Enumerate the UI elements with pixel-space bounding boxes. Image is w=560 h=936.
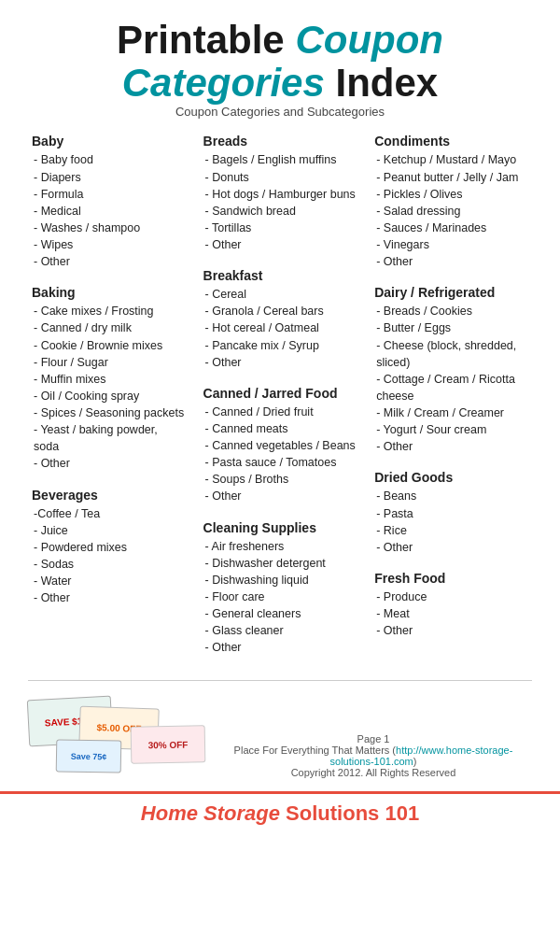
list-item: - Other <box>374 622 528 639</box>
list-item: - Water <box>32 573 186 589</box>
category-title: Dairy / Refrigerated <box>374 285 528 300</box>
list-item: - Pasta <box>374 505 528 522</box>
category-block: Breads- Bagels / English muffins- Donuts… <box>203 134 357 253</box>
list-item: - Washes / shampoo <box>32 220 186 236</box>
list-item: - Yogurt / Sour cream <box>374 421 528 438</box>
category-title: Canned / Jarred Food <box>203 386 357 401</box>
list-item: - Other <box>374 539 528 556</box>
list-item: - Pancake mix / Syrup <box>203 337 357 354</box>
list-item: - Peanut butter / Jelly / Jam <box>374 169 528 186</box>
category-title: Fresh Food <box>374 571 528 586</box>
list-item: - Cake mixes / Frosting <box>32 303 186 319</box>
category-block: Dairy / Refrigerated- Breads / Cookies- … <box>374 285 528 455</box>
list-item: - Air fresheners <box>203 538 357 555</box>
category-title: Dried Goods <box>374 470 528 485</box>
category-block: Beverages-Coffee / Tea- Juice- Powdered … <box>32 488 186 607</box>
list-item: - Spices / Seasoning packets <box>32 404 186 421</box>
list-item: - Bagels / English muffins <box>203 151 357 168</box>
category-title: Cleaning Supplies <box>203 520 357 535</box>
list-item: - Cereal <box>203 286 357 303</box>
category-title: Beverages <box>32 488 186 503</box>
category-block: Baby- Baby food- Diapers- Formula- Medic… <box>32 134 186 270</box>
list-item: - Floor care <box>203 589 357 605</box>
category-title: Breads <box>203 134 357 149</box>
list-item: - Salad dressing <box>374 203 528 220</box>
list-item: - Wipes <box>32 236 186 253</box>
column-3: Condiments- Ketchup / Mustard / Mayo- Pe… <box>371 134 532 654</box>
list-item: - Pickles / Olives <box>374 186 528 203</box>
site-name-part2: Solutions 101 <box>286 801 419 825</box>
title-coupon: Coupon <box>295 18 443 62</box>
list-item: - Yeast / baking powder, soda <box>32 421 186 455</box>
coupon-images: SAVE $1.00 $5.00 OFF Save 75¢ 30% OFF <box>28 688 215 782</box>
list-item: - Beans <box>374 488 528 504</box>
footer-copyright: Copyright 2012. All Rights Reserved <box>215 767 532 778</box>
category-block: Baking- Cake mixes / Frosting- Canned / … <box>32 285 186 472</box>
title-line2: Categories Index <box>28 62 532 105</box>
list-item: - Flour / Sugar <box>32 354 186 371</box>
list-item: - Canned / dry milk <box>32 319 186 336</box>
title-printable: Printable <box>117 18 285 62</box>
list-item: - Other <box>374 253 528 270</box>
list-item: - Oil / Cooking spray <box>32 388 186 404</box>
category-block: Cleaning Supplies- Air fresheners- Dishw… <box>203 520 357 657</box>
category-block: Canned / Jarred Food- Canned / Dried fru… <box>203 386 357 505</box>
list-item: - Granola / Cereal bars <box>203 303 357 319</box>
list-item: - Formula <box>32 186 186 203</box>
column-2: Breads- Bagels / English muffins- Donuts… <box>200 134 361 671</box>
bottom-section: SAVE $1.00 $5.00 OFF Save 75¢ 30% OFF Pa… <box>28 680 532 782</box>
list-item: - Dishwasher detergent <box>203 555 357 572</box>
site-footer: Home Storage Solutions 101 <box>0 791 560 831</box>
page-container: Printable Coupon Categories Index Coupon… <box>0 0 560 791</box>
list-item: - Other <box>203 488 357 504</box>
list-item: - Dishwashing liquid <box>203 572 357 589</box>
subtitle: Coupon Categories and Subcategories <box>28 105 532 119</box>
list-item: - Muffin mixes <box>32 371 186 388</box>
list-item: - Canned meats <box>203 420 357 437</box>
list-item: - Canned / Dried fruit <box>203 404 357 420</box>
list-item: - Ketchup / Mustard / Mayo <box>374 151 528 168</box>
category-block: Breakfast- Cereal- Granola / Cereal bars… <box>203 268 357 371</box>
list-item: - Other <box>203 639 357 656</box>
list-item: - Meat <box>374 605 528 622</box>
list-item: - Diapers <box>32 169 186 186</box>
list-item: - Hot cereal / Oatmeal <box>203 319 357 336</box>
list-item: - Sauces / Marinades <box>374 220 528 236</box>
list-item: - Butter / Eggs <box>374 319 528 336</box>
list-item: - Tortillas <box>203 220 357 236</box>
list-item: - Other <box>203 236 357 253</box>
list-item: - Vinegars <box>374 236 528 253</box>
list-item: - Milk / Cream / Creamer <box>374 404 528 421</box>
title-index: Index <box>336 61 439 105</box>
category-block: Dried Goods- Beans- Pasta- Rice- Other <box>374 470 528 556</box>
footer-place: Place For Everything That Matters (http:… <box>215 745 532 767</box>
list-item: - Hot dogs / Hamburger buns <box>203 186 357 203</box>
category-title: Baking <box>32 285 186 300</box>
columns-container: Baby- Baby food- Diapers- Formula- Medic… <box>28 134 532 671</box>
list-item: - Rice <box>374 522 528 539</box>
list-item: - Canned vegetables / Beans <box>203 437 357 454</box>
title-line1: Printable Coupon <box>28 19 532 62</box>
list-item: - Soups / Broths <box>203 471 357 488</box>
coupon-4: Save 75¢ <box>56 740 122 773</box>
title-block: Printable Coupon Categories Index Coupon… <box>28 19 532 119</box>
column-1: Baby- Baby food- Diapers- Formula- Medic… <box>28 134 189 621</box>
list-item: - Breads / Cookies <box>374 303 528 319</box>
category-title: Breakfast <box>203 268 357 283</box>
category-block: Condiments- Ketchup / Mustard / Mayo- Pe… <box>374 134 528 270</box>
list-item: - Cheese (block, shredded, sliced) <box>374 337 528 371</box>
coupon-3: 30% OFF <box>131 726 206 764</box>
list-item: - Other <box>32 589 186 606</box>
list-item: - Medical <box>32 203 186 220</box>
footer-page: Page 1 <box>215 733 532 745</box>
footer-text: Page 1 Place For Everything That Matters… <box>215 733 532 782</box>
list-item: - Glass cleaner <box>203 622 357 639</box>
list-item: - Pasta sauce / Tomatoes <box>203 454 357 471</box>
category-title: Condiments <box>374 134 528 149</box>
list-item: - Cookie / Brownie mixes <box>32 337 186 354</box>
list-item: - Other <box>32 455 186 472</box>
list-item: - Cottage / Cream / Ricotta cheese <box>374 371 528 404</box>
category-title: Baby <box>32 134 186 149</box>
list-item: - Other <box>203 354 357 371</box>
list-item: - Produce <box>374 589 528 605</box>
